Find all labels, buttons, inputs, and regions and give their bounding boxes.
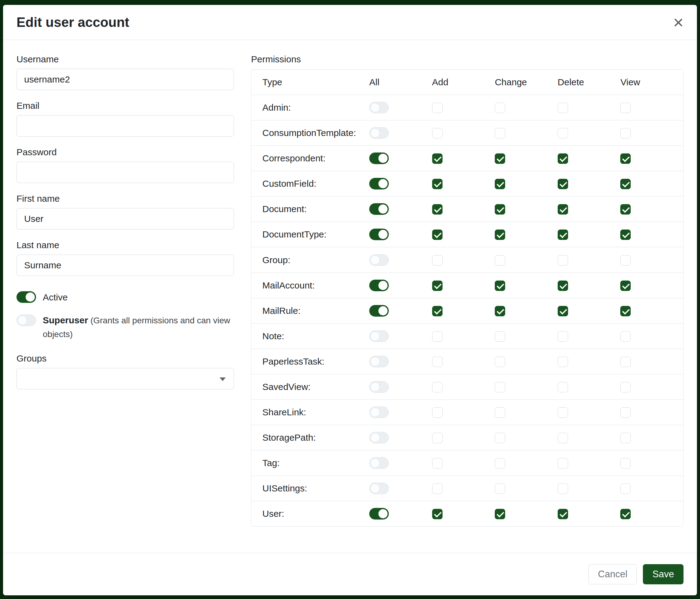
permission-row: ShareLink: — [251, 400, 683, 425]
permission-all-toggle[interactable] — [369, 483, 389, 494]
permission-change-checkbox[interactable] — [495, 357, 505, 367]
permission-all-toggle[interactable] — [369, 457, 389, 469]
permission-view-checkbox[interactable] — [620, 382, 631, 392]
permission-view-checkbox[interactable] — [620, 433, 631, 443]
permission-add-checkbox[interactable] — [432, 407, 443, 418]
permission-change-checkbox[interactable] — [495, 483, 505, 494]
permission-delete-checkbox[interactable] — [558, 357, 568, 367]
permission-add-checkbox[interactable] — [432, 458, 443, 469]
cancel-button[interactable]: Cancel — [589, 564, 637, 584]
first-name-field[interactable] — [17, 208, 234, 230]
permission-add-checkbox[interactable] — [432, 433, 443, 443]
permission-all-toggle[interactable] — [369, 152, 389, 164]
permission-delete-checkbox[interactable] — [558, 382, 568, 392]
permission-delete-checkbox[interactable] — [558, 281, 568, 291]
last-name-field[interactable] — [17, 255, 234, 276]
permission-all-toggle[interactable] — [369, 432, 389, 444]
permission-all-toggle[interactable] — [369, 127, 389, 139]
permission-delete-checkbox[interactable] — [558, 204, 568, 215]
permission-add-checkbox[interactable] — [432, 128, 443, 139]
permission-view-checkbox[interactable] — [620, 509, 631, 519]
permission-all-toggle[interactable] — [369, 254, 389, 266]
permission-all-toggle[interactable] — [369, 178, 389, 190]
permission-add-checkbox[interactable] — [432, 103, 443, 113]
permission-add-checkbox[interactable] — [432, 483, 443, 494]
permission-view-checkbox[interactable] — [620, 230, 631, 240]
permission-view-checkbox[interactable] — [620, 483, 631, 494]
permission-all-toggle[interactable] — [369, 406, 389, 418]
permission-view-checkbox[interactable] — [620, 306, 631, 316]
permission-add-checkbox[interactable] — [432, 179, 443, 189]
permission-add-checkbox[interactable] — [432, 204, 443, 215]
permission-change-checkbox[interactable] — [495, 407, 505, 418]
permission-delete-checkbox[interactable] — [558, 509, 568, 519]
permission-delete-checkbox[interactable] — [558, 458, 568, 469]
permission-delete-checkbox[interactable] — [558, 128, 568, 139]
permission-change-checkbox[interactable] — [495, 458, 505, 469]
permission-delete-checkbox[interactable] — [558, 255, 568, 266]
permission-view-checkbox[interactable] — [620, 331, 631, 342]
permission-add-checkbox[interactable] — [432, 509, 443, 519]
permission-delete-checkbox[interactable] — [558, 230, 568, 240]
save-button[interactable]: Save — [643, 564, 683, 584]
permission-all-toggle[interactable] — [369, 102, 389, 113]
permission-change-checkbox[interactable] — [495, 179, 505, 189]
superuser-toggle[interactable] — [17, 314, 36, 326]
permission-all-toggle[interactable] — [369, 305, 389, 317]
permission-delete-checkbox[interactable] — [558, 306, 568, 316]
permission-change-checkbox[interactable] — [495, 331, 505, 342]
active-toggle[interactable] — [17, 291, 36, 303]
permission-change-checkbox[interactable] — [495, 153, 505, 164]
active-row: Active — [17, 289, 234, 305]
permission-add-checkbox[interactable] — [432, 306, 443, 316]
username-input[interactable] — [17, 69, 234, 90]
permission-all-toggle[interactable] — [369, 356, 389, 367]
permission-delete-checkbox[interactable] — [558, 179, 568, 189]
permission-view-checkbox[interactable] — [620, 128, 631, 139]
email-field[interactable] — [17, 115, 234, 137]
permission-view-checkbox[interactable] — [620, 407, 631, 418]
permission-add-checkbox[interactable] — [432, 382, 443, 392]
permission-all-toggle[interactable] — [369, 508, 389, 520]
permission-all-toggle[interactable] — [369, 203, 389, 215]
permission-add-checkbox[interactable] — [432, 281, 443, 291]
permission-add-checkbox[interactable] — [432, 153, 443, 164]
permission-view-checkbox[interactable] — [620, 458, 631, 469]
permission-delete-checkbox[interactable] — [558, 407, 568, 418]
permission-change-checkbox[interactable] — [495, 230, 505, 240]
permission-row: Tag: — [251, 451, 683, 476]
permission-add-checkbox[interactable] — [432, 331, 443, 342]
permission-change-checkbox[interactable] — [495, 103, 505, 113]
password-field[interactable] — [17, 162, 234, 183]
permission-view-checkbox[interactable] — [620, 357, 631, 367]
permission-delete-checkbox[interactable] — [558, 153, 568, 164]
permission-change-checkbox[interactable] — [495, 204, 505, 215]
permission-delete-checkbox[interactable] — [558, 331, 568, 342]
edit-user-modal: Edit user account × Username Email Passw… — [3, 5, 697, 595]
permission-change-checkbox[interactable] — [495, 509, 505, 519]
permission-all-toggle[interactable] — [369, 229, 389, 240]
permission-change-checkbox[interactable] — [495, 382, 505, 392]
permission-all-toggle[interactable] — [369, 280, 389, 291]
permission-view-checkbox[interactable] — [620, 103, 631, 113]
permission-view-checkbox[interactable] — [620, 255, 631, 266]
permission-view-checkbox[interactable] — [620, 281, 631, 291]
permission-view-checkbox[interactable] — [620, 204, 631, 215]
permission-delete-checkbox[interactable] — [558, 433, 568, 443]
permission-view-checkbox[interactable] — [620, 179, 631, 189]
permission-change-checkbox[interactable] — [495, 128, 505, 139]
permission-change-checkbox[interactable] — [495, 255, 505, 266]
permission-add-checkbox[interactable] — [432, 357, 443, 367]
permission-all-toggle[interactable] — [369, 330, 389, 342]
permission-delete-checkbox[interactable] — [558, 103, 568, 113]
permission-change-checkbox[interactable] — [495, 306, 505, 316]
permission-all-toggle[interactable] — [369, 381, 389, 393]
permission-view-checkbox[interactable] — [620, 153, 631, 164]
permission-add-checkbox[interactable] — [432, 230, 443, 240]
permission-change-checkbox[interactable] — [495, 433, 505, 443]
close-icon[interactable]: × — [673, 15, 683, 29]
permission-change-checkbox[interactable] — [495, 281, 505, 291]
permission-add-checkbox[interactable] — [432, 255, 443, 266]
permission-delete-checkbox[interactable] — [558, 483, 568, 494]
groups-select[interactable] — [17, 368, 234, 389]
